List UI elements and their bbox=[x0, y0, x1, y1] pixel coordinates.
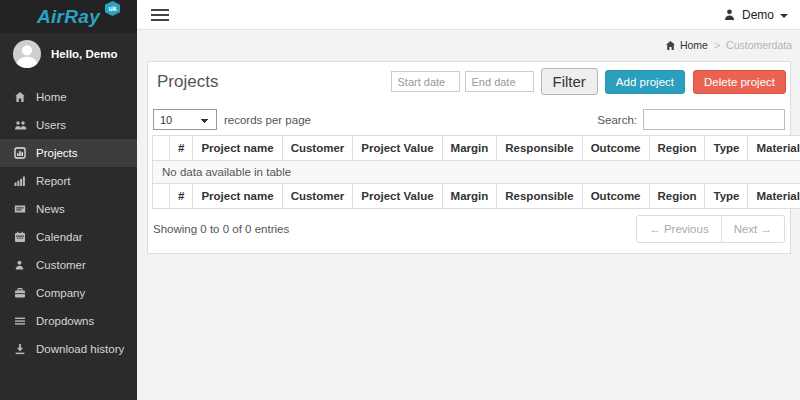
footer-cell-blank bbox=[153, 184, 170, 209]
footer-cell: Region bbox=[649, 184, 705, 209]
sidebar-item-label: Company bbox=[36, 287, 85, 299]
sidebar-item-label: Projects bbox=[36, 147, 78, 159]
table-header-row: # Project name Customer Project Value Ma… bbox=[153, 136, 800, 161]
start-date-input[interactable] bbox=[391, 71, 460, 92]
footer-cell: Project name bbox=[193, 184, 282, 209]
breadcrumb-home-label: Home bbox=[680, 39, 708, 51]
projects-panel: Projects Filter Add project Delete proje… bbox=[147, 61, 791, 254]
sidebar-item-download-history[interactable]: Download history bbox=[0, 335, 137, 363]
header-cell[interactable]: Responsible bbox=[497, 136, 582, 161]
header-cell[interactable]: Outcome bbox=[582, 136, 649, 161]
header-cell[interactable]: Material bbox=[748, 136, 800, 161]
footer-cell: Margin bbox=[442, 184, 497, 209]
page-title: Projects bbox=[157, 72, 218, 92]
sidebar-item-label: News bbox=[36, 203, 65, 215]
sidebar-item-customer[interactable]: Customer bbox=[0, 251, 137, 279]
end-date-input[interactable] bbox=[465, 71, 534, 92]
header-cell[interactable]: Customer bbox=[282, 136, 353, 161]
sidebar-item-dropdowns[interactable]: Dropdowns bbox=[0, 307, 137, 335]
search-control: Search: bbox=[597, 109, 785, 130]
calendar-icon bbox=[14, 231, 27, 243]
table-footer-bar: Showing 0 to 0 of 0 entries ← Previous N… bbox=[153, 215, 785, 243]
sidebar-user-area: Hello, Demo bbox=[0, 33, 137, 75]
footer-cell: Responsible bbox=[497, 184, 582, 209]
sidebar-item-home[interactable]: Home bbox=[0, 83, 137, 111]
sidebar: AirRay uk Hello, Demo Home Users Project… bbox=[0, 0, 137, 400]
users-icon bbox=[14, 119, 27, 131]
breadcrumb: Home > Customerdata bbox=[137, 30, 800, 58]
projects-icon bbox=[14, 147, 27, 159]
pagination: ← Previous Next → bbox=[636, 215, 785, 243]
sidebar-item-news[interactable]: News bbox=[0, 195, 137, 223]
sidebar-item-label: Calendar bbox=[36, 231, 83, 243]
next-page-button[interactable]: Next → bbox=[722, 215, 785, 243]
report-icon bbox=[14, 175, 27, 187]
empty-table-row: No data available in table bbox=[153, 161, 800, 184]
footer-cell: # bbox=[170, 184, 193, 209]
dropdowns-icon bbox=[14, 315, 27, 327]
user-label: Demo bbox=[742, 8, 774, 22]
records-per-page-select[interactable]: 10 bbox=[153, 109, 217, 130]
topbar: Demo bbox=[137, 0, 800, 30]
header-cell[interactable]: Project name bbox=[193, 136, 282, 161]
user-icon bbox=[723, 8, 736, 21]
logo-uk-badge: uk bbox=[105, 1, 120, 16]
sidebar-item-report[interactable]: Report bbox=[0, 167, 137, 195]
sidebar-item-label: Customer bbox=[36, 259, 86, 271]
user-dropdown[interactable]: Demo bbox=[723, 8, 788, 22]
search-input[interactable] bbox=[643, 109, 785, 130]
footer-cell: Project Value bbox=[353, 184, 442, 209]
home-icon bbox=[14, 91, 27, 103]
sidebar-item-label: Home bbox=[36, 91, 67, 103]
table-footer-row: # Project name Customer Project Value Ma… bbox=[153, 184, 800, 209]
sidebar-item-label: Dropdowns bbox=[36, 315, 94, 327]
footer-cell: Outcome bbox=[582, 184, 649, 209]
add-project-button[interactable]: Add project bbox=[605, 70, 685, 94]
logo-text: AirRay bbox=[37, 6, 100, 28]
sidebar-item-users[interactable]: Users bbox=[0, 111, 137, 139]
previous-page-button[interactable]: ← Previous bbox=[636, 215, 721, 243]
footer-cell: Type bbox=[705, 184, 748, 209]
sidebar-item-projects[interactable]: Projects bbox=[0, 139, 137, 167]
filter-button[interactable]: Filter bbox=[541, 68, 598, 95]
news-icon bbox=[14, 203, 27, 215]
menu-toggle[interactable] bbox=[149, 3, 171, 27]
home-icon bbox=[665, 40, 676, 51]
delete-project-button[interactable]: Delete project bbox=[693, 70, 786, 94]
projects-table: # Project name Customer Project Value Ma… bbox=[152, 135, 800, 209]
footer-cell: Material bbox=[748, 184, 800, 209]
avatar bbox=[13, 40, 41, 68]
showing-entries-text: Showing 0 to 0 of 0 entries bbox=[153, 223, 289, 235]
company-icon bbox=[14, 287, 27, 299]
sidebar-item-label: Download history bbox=[36, 343, 124, 355]
breadcrumb-home[interactable]: Home bbox=[665, 39, 708, 51]
header-cell[interactable]: Type bbox=[705, 136, 748, 161]
filter-toolbar: Filter Add project Delete project bbox=[391, 68, 787, 95]
breadcrumb-current: Customerdata bbox=[726, 39, 792, 51]
header-cell[interactable]: Project Value bbox=[353, 136, 442, 161]
main-content: Home > Customerdata Projects Filter Add … bbox=[137, 30, 800, 400]
footer-cell: Customer bbox=[282, 184, 353, 209]
records-per-page-label: records per page bbox=[224, 114, 311, 126]
hamburger-icon bbox=[151, 9, 169, 21]
empty-table-message: No data available in table bbox=[153, 161, 800, 184]
header-cell-blank bbox=[153, 136, 170, 161]
customer-icon bbox=[14, 259, 27, 271]
chevron-down-icon bbox=[780, 14, 788, 18]
person-silhouette-icon bbox=[13, 40, 41, 68]
breadcrumb-separator: > bbox=[714, 39, 720, 51]
sidebar-item-label: Users bbox=[36, 119, 66, 131]
header-cell[interactable]: Region bbox=[649, 136, 705, 161]
sidebar-item-calendar[interactable]: Calendar bbox=[0, 223, 137, 251]
sidebar-item-label: Report bbox=[36, 175, 71, 187]
logo[interactable]: AirRay uk bbox=[0, 0, 137, 33]
panel-header: Projects Filter Add project Delete proje… bbox=[151, 68, 787, 95]
download-icon bbox=[14, 343, 27, 355]
search-label: Search: bbox=[597, 114, 637, 126]
header-cell[interactable]: # bbox=[170, 136, 193, 161]
page-size-control: 10 records per page bbox=[153, 109, 311, 130]
table-controls: 10 records per page Search: bbox=[153, 109, 785, 130]
greeting-text: Hello, Demo bbox=[51, 48, 117, 60]
sidebar-item-company[interactable]: Company bbox=[0, 279, 137, 307]
header-cell[interactable]: Margin bbox=[442, 136, 497, 161]
